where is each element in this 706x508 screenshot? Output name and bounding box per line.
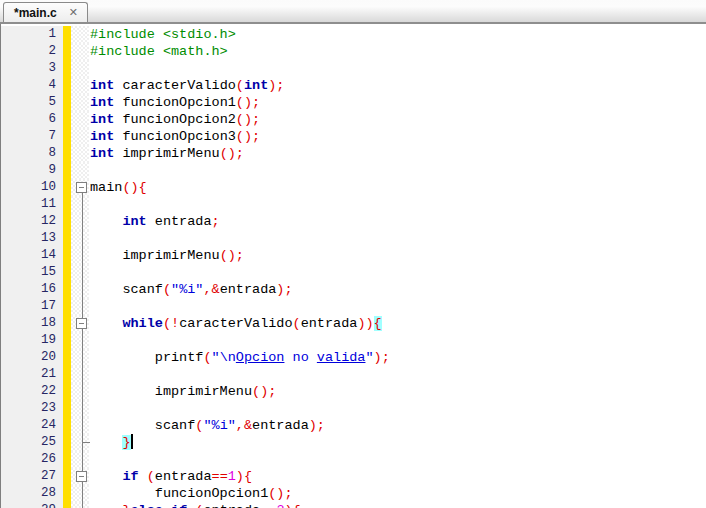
fold-margin-cell bbox=[71, 230, 89, 247]
code-line-text[interactable]: int entrada; bbox=[89, 213, 706, 230]
modified-line-bar bbox=[63, 468, 71, 485]
code-segment: funcionOpcion2 bbox=[114, 112, 236, 127]
fold-margin-cell bbox=[71, 417, 89, 434]
code-line-text[interactable] bbox=[89, 60, 706, 77]
code-line-text[interactable]: #include <math.h> bbox=[89, 43, 706, 60]
fold-collapse-icon[interactable] bbox=[76, 182, 87, 193]
fold-margin-cell bbox=[71, 468, 89, 485]
modified-line-bar bbox=[63, 332, 71, 349]
code-line-text[interactable]: funcionOpcion1(); bbox=[89, 485, 706, 502]
fold-margin-cell bbox=[71, 145, 89, 162]
code-segment: int bbox=[122, 214, 146, 229]
code-line: 13 bbox=[1, 230, 706, 247]
modified-line-bar bbox=[63, 196, 71, 213]
code-line-text[interactable]: main(){ bbox=[89, 179, 706, 196]
code-line: 11 bbox=[1, 196, 706, 213]
code-line-text[interactable]: if (entrada==1){ bbox=[89, 468, 706, 485]
line-number: 18 bbox=[1, 315, 63, 332]
line-number: 9 bbox=[1, 162, 63, 179]
modified-line-bar bbox=[63, 43, 71, 60]
code-line-text[interactable] bbox=[89, 264, 706, 281]
code-segment: int bbox=[244, 78, 268, 93]
code-line: 20 printf("\nOpcion no valida"); bbox=[1, 349, 706, 366]
code-segment: 1 bbox=[228, 469, 236, 484]
code-line-text[interactable]: imprimirMenu(); bbox=[89, 247, 706, 264]
code-segment: if bbox=[171, 503, 187, 508]
code-segment: ( bbox=[203, 350, 211, 365]
fold-margin-cell bbox=[71, 77, 89, 94]
fold-connector-line bbox=[82, 281, 83, 298]
fold-margin-cell bbox=[71, 298, 89, 315]
fold-margin-cell bbox=[71, 264, 89, 281]
code-segment: } bbox=[122, 435, 130, 450]
tab-main-c[interactable]: *main.c ✕ bbox=[3, 2, 88, 22]
code-line-text[interactable] bbox=[89, 196, 706, 213]
line-number: 23 bbox=[1, 400, 63, 417]
code-line-text[interactable]: int caracterValido(int); bbox=[89, 77, 706, 94]
line-number: 26 bbox=[1, 451, 63, 468]
code-segment: funcionOpcion1 bbox=[114, 95, 236, 110]
line-number: 12 bbox=[1, 213, 63, 230]
code-segment: (! bbox=[163, 316, 179, 331]
code-line: 3 bbox=[1, 60, 706, 77]
code-line-text[interactable]: int funcionOpcion1(); bbox=[89, 94, 706, 111]
fold-end-tick bbox=[82, 442, 90, 443]
modified-line-bar bbox=[63, 264, 71, 281]
modified-line-bar bbox=[63, 145, 71, 162]
code-segment: (); bbox=[252, 384, 276, 399]
fold-connector-line bbox=[82, 196, 83, 213]
code-line-text[interactable] bbox=[89, 162, 706, 179]
code-line-text[interactable]: int funcionOpcion2(); bbox=[89, 111, 706, 128]
fold-connector-line bbox=[82, 264, 83, 281]
fold-margin-cell bbox=[71, 196, 89, 213]
fold-collapse-icon[interactable] bbox=[76, 471, 87, 482]
code-line-text[interactable]: int funcionOpcion3(); bbox=[89, 128, 706, 145]
code-segment bbox=[90, 435, 122, 450]
code-segment: ); bbox=[374, 350, 390, 365]
code-segment: ); bbox=[309, 418, 325, 433]
code-line-text[interactable]: imprimirMenu(); bbox=[89, 383, 706, 400]
code-segment: scanf bbox=[90, 282, 163, 297]
fold-connector-line bbox=[82, 502, 83, 508]
tab-close-icon[interactable]: ✕ bbox=[69, 7, 78, 18]
code-line: 22 imprimirMenu(); bbox=[1, 383, 706, 400]
code-segment: ,& bbox=[236, 418, 252, 433]
fold-connector-line bbox=[82, 383, 83, 400]
code-line-text[interactable] bbox=[89, 298, 706, 315]
code-segment: ; bbox=[212, 214, 220, 229]
code-line-text[interactable]: #include <stdio.h> bbox=[89, 26, 706, 43]
code-line: 23 bbox=[1, 400, 706, 417]
code-line-text[interactable] bbox=[89, 451, 706, 468]
code-line-text[interactable]: int imprimirMenu(); bbox=[89, 145, 706, 162]
code-line: 14 imprimirMenu(); bbox=[1, 247, 706, 264]
code-line-text[interactable] bbox=[89, 230, 706, 247]
modified-line-bar bbox=[63, 434, 71, 451]
code-line-text[interactable]: }else if (entrada==2){ bbox=[89, 502, 706, 508]
line-number: 16 bbox=[1, 281, 63, 298]
fold-collapse-icon[interactable] bbox=[76, 318, 87, 329]
code-segment: caracterValido bbox=[114, 78, 236, 93]
code-line: 26 bbox=[1, 451, 706, 468]
line-number: 29 bbox=[1, 502, 63, 508]
code-segment: else bbox=[131, 503, 163, 508]
code-segment: (); bbox=[236, 112, 260, 127]
code-line-text[interactable]: scanf("%i",&entrada); bbox=[89, 417, 706, 434]
code-segment: entrada bbox=[220, 282, 277, 297]
code-line-text[interactable]: while(!caracterValido(entrada)){ bbox=[89, 315, 706, 332]
code-line: 28 funcionOpcion1(); bbox=[1, 485, 706, 502]
code-line-text[interactable] bbox=[89, 366, 706, 383]
code-line-text[interactable] bbox=[89, 400, 706, 417]
modified-line-bar bbox=[63, 230, 71, 247]
code-segment bbox=[90, 469, 122, 484]
modified-line-bar bbox=[63, 485, 71, 502]
code-editor-area[interactable]: 1 #include <stdio.h> 2 #include <math.h>… bbox=[0, 24, 706, 508]
fold-margin-cell bbox=[71, 128, 89, 145]
code-line-text[interactable]: scanf("%i",&entrada); bbox=[89, 281, 706, 298]
fold-connector-line bbox=[82, 366, 83, 383]
code-line-text[interactable]: } bbox=[89, 434, 706, 451]
code-line-text[interactable] bbox=[89, 332, 706, 349]
code-segment bbox=[90, 503, 122, 508]
code-line-text[interactable]: printf("\nOpcion no valida"); bbox=[89, 349, 706, 366]
line-number: 20 bbox=[1, 349, 63, 366]
fold-margin-cell bbox=[71, 247, 89, 264]
